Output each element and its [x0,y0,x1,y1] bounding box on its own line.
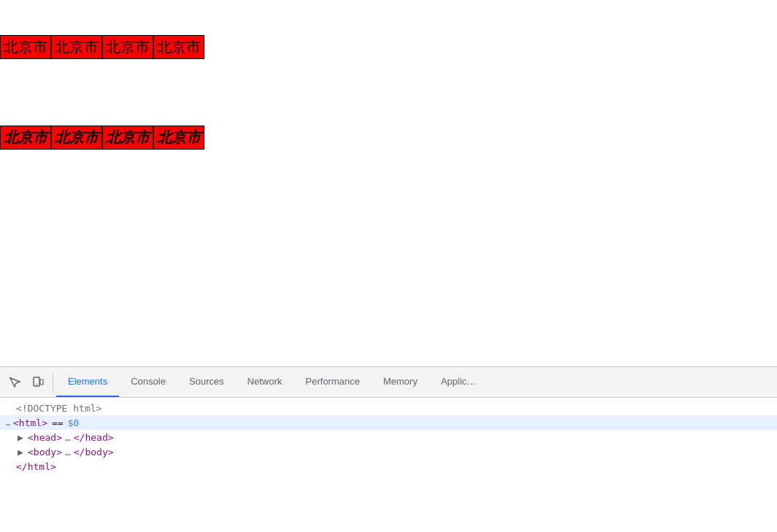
body-toggle[interactable]: ▶ [18,447,25,458]
head-toggle[interactable]: ▶ [18,432,25,443]
head-open-tag: <head> [28,432,62,443]
tab-application[interactable]: Applic… [429,367,488,397]
tab-performance[interactable]: Performance [294,367,371,397]
char-2-3: 北京市 [102,126,153,150]
doctype-line: <!DOCTYPE html> [0,401,777,415]
body-tag-line[interactable]: ▶ <body> … </body> [0,444,777,459]
char-2-4: 北京市 [153,126,204,150]
text-row-2: 北京市 北京市 北京市 北京市 [0,126,204,150]
svg-point-2 [36,384,37,385]
head-ellipsis: … [65,432,71,443]
html-close-line: </html> [0,459,777,474]
html-close-toggle [6,461,13,472]
body-ellipsis: … [65,447,71,458]
devtools-tabs: Elements Console Sources Network Perform… [56,367,774,397]
head-tag-line[interactable]: ▶ <head> … </head> [0,430,777,444]
page-content: 北京市 北京市 北京市 北京市 北京市 北京市 北京市 北京市 [0,0,777,366]
head-close-tag: </head> [74,432,114,443]
device-toggle-button[interactable] [26,371,50,394]
devtools-toolbar: Elements Console Sources Network Perform… [0,367,777,398]
char-1-2: 北京市 [51,35,102,59]
doctype-toggle [6,403,13,414]
char-2-2: 北京市 [51,126,102,150]
html-close-tag: </html> [16,461,56,472]
char-1-3: 北京市 [102,35,153,59]
toolbar-separator [53,374,53,391]
devtools-dom-content: <!DOCTYPE html> … <html> == $0 ▶ <head> … [0,398,777,532]
char-1-1: 北京市 [0,35,51,59]
tab-console[interactable]: Console [119,367,177,397]
expand-dots: … [6,419,10,427]
equals-sign: == [52,417,64,428]
char-1-4: 北京市 [153,35,204,59]
html-tag-line[interactable]: … <html> == $0 [0,415,777,430]
tab-elements[interactable]: Elements [56,367,119,397]
body-open-tag: <body> [28,447,62,458]
tab-network[interactable]: Network [236,367,294,397]
devtools-panel: Elements Console Sources Network Perform… [0,366,777,532]
svg-rect-1 [40,379,43,385]
text-row-1: 北京市 北京市 北京市 北京市 [0,35,204,59]
tab-memory[interactable]: Memory [372,367,429,397]
inspect-element-button[interactable] [3,371,26,394]
body-close-tag: </body> [74,447,114,458]
char-2-1: 北京市 [0,126,51,150]
html-open-tag: <html> [13,417,47,428]
dollar-zero: $0 [68,417,80,428]
doctype-text: <!DOCTYPE html> [16,403,102,414]
tab-sources[interactable]: Sources [177,367,236,397]
